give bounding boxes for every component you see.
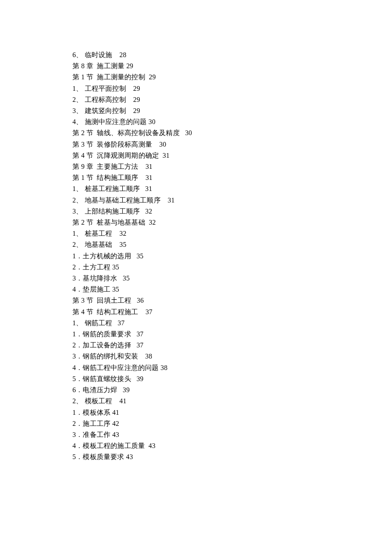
- toc-entry: 第 9 章 主要施工方法 31: [72, 161, 354, 172]
- toc-entry: 4、 施测中应注意的问题 30: [72, 116, 354, 127]
- toc-entry: 3．钢筋的绑扎和安装 38: [72, 351, 354, 362]
- toc-entry: 6．电渣压力焊 39: [72, 384, 354, 396]
- toc-entry: 3、 上部结构施工顺序 32: [72, 206, 354, 217]
- toc-entry: 2、 地基基础 35: [72, 239, 354, 250]
- toc-entry: 1、 桩基工程 32: [72, 228, 354, 239]
- toc-entry: 第 8 章 施工测量 29: [72, 61, 354, 72]
- toc-entry: 第 3 节 回填土工程 36: [72, 295, 354, 306]
- toc-entry: 2、 工程标高控制 29: [72, 94, 354, 105]
- toc-entry: 4．模板工程的施工质量 43: [72, 440, 354, 451]
- toc-entry: 3．基坑降排水 35: [72, 273, 354, 284]
- toc-entry: 4．垫层施工 35: [72, 284, 354, 295]
- toc-entry: 2．加工设备的选择 37: [72, 340, 354, 351]
- toc-entry: 第 4 节 结构工程施工 37: [72, 306, 354, 318]
- document-page: 6、 临时设施 28第 8 章 施工测量 29第 1 节 施工测量的控制 291…: [0, 0, 392, 463]
- toc-entry: 1、 钢筋工程 37: [72, 318, 354, 329]
- toc-entry: 1．钢筋的质量要求 37: [72, 329, 354, 340]
- toc-entry: 2、 模板工程 41: [72, 396, 354, 407]
- toc-entry: 6、 临时设施 28: [72, 49, 354, 61]
- toc-entry: 第 1 节 结构施工顺序 31: [72, 172, 354, 183]
- toc-entry: 5．模板质量要求 43: [72, 451, 354, 462]
- toc-entry: 2．施工工序 42: [72, 418, 354, 429]
- toc-list: 6、 临时设施 28第 8 章 施工测量 29第 1 节 施工测量的控制 291…: [72, 49, 354, 463]
- toc-entry: 第 1 节 施工测量的控制 29: [72, 72, 354, 83]
- toc-entry: 1、 桩基工程施工顺序 31: [72, 183, 354, 194]
- toc-entry: 2、 地基与基础工程施工顺序 31: [72, 195, 354, 206]
- toc-entry: 第 4 节 沉降观测周期的确定 31: [72, 150, 354, 161]
- toc-entry: 1、 工程平面控制 29: [72, 83, 354, 94]
- toc-entry: 1．模板体系 41: [72, 407, 354, 418]
- toc-entry: 4．钢筋工程中应注意的问题 38: [72, 362, 354, 373]
- toc-entry: 第 2 节 桩基与地基基础 32: [72, 217, 354, 228]
- toc-entry: 3、 建筑竖向控制 29: [72, 105, 354, 116]
- toc-entry: 2．土方工程 35: [72, 262, 354, 273]
- toc-entry: 5．钢筋直螺纹接头 39: [72, 373, 354, 384]
- toc-entry: 第 3 节 装修阶段标高测量 30: [72, 139, 354, 150]
- toc-entry: 第 2 节 轴线、标高控制设备及精度 30: [72, 127, 354, 139]
- toc-entry: 3．准备工作 43: [72, 429, 354, 440]
- toc-entry: 1．土方机械的选用 35: [72, 251, 354, 262]
